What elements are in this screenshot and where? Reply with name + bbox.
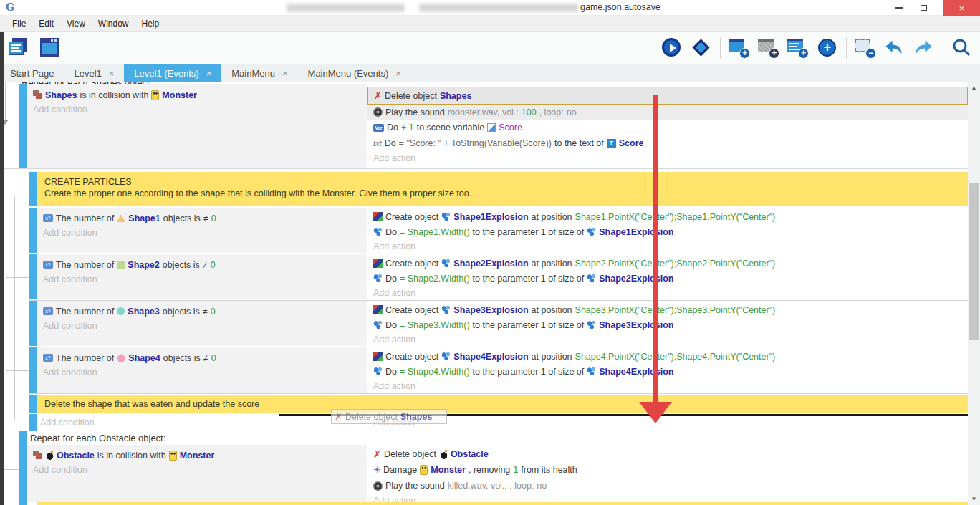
tab-mainmenu-events[interactable]: MainMenu (Events)× bbox=[298, 64, 411, 82]
action-text: to the parameter 1 of size of bbox=[473, 274, 585, 284]
add-action-link[interactable]: Add action bbox=[368, 286, 968, 300]
subevent2-conditions-cell[interactable]: x? The number of Shape2 objects is ≠ 0 A… bbox=[37, 254, 367, 299]
action-row-create-object[interactable]: Create object Shape1Explosion at positio… bbox=[368, 209, 968, 224]
event1-actions-cell[interactable]: ✗ Delete object Shapes Play the sound mo… bbox=[367, 84, 968, 168]
sound-icon bbox=[373, 107, 383, 117]
tab-close-icon[interactable]: × bbox=[206, 68, 212, 79]
preview-play-icon[interactable] bbox=[661, 37, 683, 59]
subevent3-conditions-cell[interactable]: x? The number of Shape3 objects is ≠ 0 A… bbox=[37, 301, 367, 346]
scroll-up-icon[interactable]: ▲ bbox=[968, 82, 980, 94]
subevent3-actions-cell[interactable]: Create object Shape3Explosion at positio… bbox=[367, 301, 968, 346]
event2-actions-cell[interactable]: ✗ Delete object Obstacle ✳ Damage Monste… bbox=[367, 445, 968, 505]
vertical-scrollbar[interactable]: ▲ ▼ bbox=[968, 82, 980, 505]
condition-row[interactable]: Obstacle is in collision with Monster bbox=[27, 448, 367, 463]
search-icon[interactable] bbox=[951, 37, 973, 59]
start-page-icon[interactable] bbox=[39, 38, 60, 58]
action-row-delete-obstacle[interactable]: ✗ Delete object Obstacle bbox=[368, 446, 968, 462]
add-action-link[interactable]: Add action bbox=[368, 151, 968, 165]
condition-row[interactable]: Shapes is in collision with Monster bbox=[27, 87, 367, 102]
menu-edit[interactable]: Edit bbox=[32, 16, 60, 32]
add-condition-link[interactable]: Add condition bbox=[37, 319, 367, 333]
scrollbar-thumb[interactable] bbox=[969, 183, 979, 340]
add-condition-link[interactable]: Add condition bbox=[34, 415, 95, 430]
action-text: from its health bbox=[521, 465, 577, 475]
action-row-score-text[interactable]: txt Do = "Score: " + ToString(Variable(S… bbox=[368, 135, 968, 151]
add-action-link[interactable]: Add action bbox=[368, 379, 968, 393]
action-row-set-size[interactable]: Do = Shape1.Width() to the parameter 1 o… bbox=[368, 224, 968, 239]
add-condition-link[interactable]: Add condition bbox=[37, 226, 367, 240]
condition-row[interactable]: x? The number of Shape1 objects is ≠ 0 bbox=[37, 211, 367, 226]
action-row-damage-monster[interactable]: ✳ Damage Monster , removing 1 from its h… bbox=[368, 462, 968, 478]
annotation-arrow-head bbox=[639, 402, 672, 423]
action-row-create-object[interactable]: Create object Shape3Explosion at positio… bbox=[368, 302, 968, 317]
add-comment-icon[interactable]: + bbox=[787, 37, 809, 59]
close-icon: × bbox=[959, 3, 965, 14]
debug-icon[interactable] bbox=[691, 37, 712, 59]
tab-close-icon[interactable]: × bbox=[109, 68, 115, 79]
action-row-create-object[interactable]: Create object Shape2Explosion at positio… bbox=[368, 256, 968, 271]
action-row-play-sound[interactable]: Play the sound killed.wav, vol.: , loop:… bbox=[368, 478, 968, 494]
minimize-button[interactable] bbox=[887, 0, 911, 16]
action-row-scene-variable[interactable]: Var Do + 1 to scene variable Score bbox=[368, 120, 968, 135]
condition-text: The number of bbox=[56, 213, 114, 223]
tab-close-icon[interactable]: × bbox=[282, 68, 288, 79]
subevent1-conditions-cell[interactable]: x? The number of Shape1 objects is ≠ 0 A… bbox=[37, 208, 367, 253]
tab-start-page[interactable]: Start Page bbox=[0, 64, 64, 82]
condition-row[interactable]: x? The number of Shape4 objects is ≠ 0 bbox=[37, 350, 367, 365]
action-row-set-size[interactable]: Do = Shape4.Width() to the parameter 1 o… bbox=[368, 364, 968, 379]
redo-icon[interactable] bbox=[913, 37, 935, 59]
scroll-down-icon[interactable]: ▼ bbox=[968, 494, 980, 505]
subevent4-actions-cell[interactable]: Create object Shape4Explosion at positio… bbox=[367, 347, 968, 393]
add-condition-link[interactable]: Add condition bbox=[27, 463, 367, 477]
action-row-delete-shapes[interactable]: ✗ Delete object Shapes bbox=[368, 87, 968, 105]
restore-button[interactable] bbox=[911, 0, 936, 16]
add-action-link[interactable]: Add action bbox=[368, 239, 968, 254]
tab-level1-events[interactable]: Level1 (Events)× bbox=[124, 64, 221, 82]
condition-row[interactable]: x? The number of Shape2 objects is ≠ 0 bbox=[37, 257, 367, 272]
add-event-icon[interactable]: + bbox=[729, 37, 750, 59]
subevent2-actions-cell[interactable]: Create object Shape2Explosion at positio… bbox=[367, 254, 968, 299]
subevent4-conditions-cell[interactable]: x? The number of Shape4 objects is ≠ 0 A… bbox=[37, 347, 367, 393]
window-left-edge bbox=[0, 32, 4, 505]
add-condition-link[interactable]: Add condition bbox=[37, 365, 367, 380]
condition-row[interactable]: x? The number of Shape3 objects is ≠ 0 bbox=[37, 304, 367, 319]
add-special-event-icon[interactable]: + bbox=[817, 37, 838, 59]
menu-help[interactable]: Help bbox=[135, 16, 166, 32]
redacted-title-text bbox=[419, 4, 578, 12]
comment-delete-shape[interactable]: Delete the shape that was eaten and upda… bbox=[37, 395, 968, 413]
action-row-play-sound[interactable]: Play the sound monster.wav, vol.: 100 , … bbox=[368, 105, 968, 120]
menu-window[interactable]: Window bbox=[92, 16, 135, 32]
add-condition-link[interactable]: Add condition bbox=[37, 272, 367, 287]
action-row-set-size[interactable]: Do = Shape2.Width() to the parameter 1 o… bbox=[368, 271, 968, 286]
event1-conditions-cell[interactable]: Shapes is in collision with Monster Add … bbox=[27, 84, 367, 168]
action-text: to the text of bbox=[554, 138, 604, 148]
add-subevent-icon[interactable]: + bbox=[758, 37, 779, 59]
tab-level1[interactable]: Level1× bbox=[64, 64, 124, 82]
sc-view bbox=[42, 43, 57, 54]
close-button[interactable]: × bbox=[943, 0, 980, 16]
menu-file[interactable]: File bbox=[6, 16, 32, 32]
add-action-link[interactable]: Add action bbox=[368, 332, 968, 347]
undo-icon[interactable] bbox=[884, 37, 905, 59]
collision-icon bbox=[33, 451, 42, 460]
action-row-create-object[interactable]: Create object Shape4Explosion at positio… bbox=[368, 349, 968, 364]
tab-close-icon[interactable]: × bbox=[395, 68, 401, 79]
expression-text: Shape4.PointX("Center");Shape4.PointY("C… bbox=[575, 352, 776, 362]
tab-mainmenu[interactable]: MainMenu× bbox=[221, 64, 297, 82]
add-condition-link[interactable]: Add condition bbox=[27, 102, 367, 117]
param-value: 100 bbox=[522, 107, 537, 117]
expression-text: = Shape3.Width() bbox=[400, 320, 470, 330]
bug-shape bbox=[692, 39, 709, 56]
condition-text: objects is bbox=[163, 353, 201, 363]
action-row-set-size[interactable]: Do = Shape3.Width() to the parameter 1 o… bbox=[368, 317, 968, 332]
param-value: no bbox=[567, 107, 577, 117]
delete-event-icon[interactable]: − bbox=[855, 37, 876, 59]
event2-repeat-header[interactable]: Repeat for each Obstacle object: bbox=[30, 433, 165, 443]
comment-create-particles[interactable]: CREATE PARTICLES Create the proper one a… bbox=[37, 172, 968, 206]
project-manager-icon[interactable] bbox=[9, 38, 30, 58]
subevent1-actions-cell[interactable]: Create object Shape1Explosion at positio… bbox=[367, 208, 968, 253]
menu-view[interactable]: View bbox=[60, 16, 92, 32]
comment-body: Create the proper one according to the s… bbox=[37, 188, 968, 198]
toolbar-separator bbox=[69, 37, 69, 59]
event2-conditions-cell[interactable]: Obstacle is in collision with Monster Ad… bbox=[27, 445, 367, 502]
